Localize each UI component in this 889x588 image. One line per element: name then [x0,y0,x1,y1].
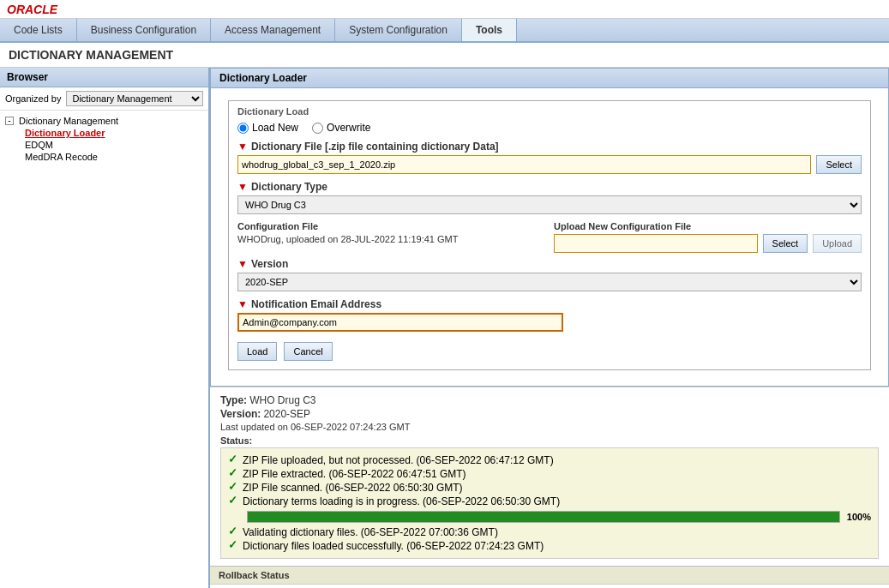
required-icon-notif: ▼ [237,298,248,310]
check-icon-2: ✓ [228,481,237,492]
browser-panel: Browser Organized by Dictionary Manageme… [0,68,210,588]
tree-panel: - Dictionary Management Dictionary Loade… [0,111,208,588]
version-section: ▼ Version 2020-SEP [237,258,862,291]
tree-root: - Dictionary Management [5,116,203,126]
status-msg-5: ✓ Dictionary files loaded successfully. … [228,539,871,553]
tab-business-config[interactable]: Business Configuration [77,19,211,41]
dict-loader-panel: Dictionary Loader Dictionary Load Load N… [210,68,889,387]
upload-config-input[interactable] [554,234,758,253]
organized-by-select[interactable]: Dictionary Management [66,91,203,106]
upload-config-col: Upload New Configuration File Select Upl… [554,221,862,253]
upload-config-select-btn[interactable]: Select [763,234,808,253]
required-icon-version: ▼ [237,258,248,270]
overwrite-label: Overwrite [327,122,370,134]
tab-access-mgmt[interactable]: Access Management [211,19,335,41]
last-updated-info: Last updated on 06-SEP-2022 07:24:23 GMT [220,422,879,432]
rollback-section: Rollback Status [210,566,889,584]
tree-item-meddra[interactable]: MedDRA Recode [5,152,203,162]
upload-btn[interactable]: Upload [813,234,862,253]
progress-row: 100% [247,511,871,523]
config-file-row: Configuration File WHODrug, uploaded on … [237,221,862,253]
status-messages-box: ✓ ZIP File uploaded, but not processed. … [220,447,879,559]
check-icon-3: ✓ [228,495,237,506]
dict-load-section: Dictionary Load Load New Overwrite [228,100,871,370]
required-icon-type: ▼ [237,181,248,193]
cancel-btn[interactable]: Cancel [284,342,332,361]
load-new-option[interactable]: Load New [237,122,298,134]
log-history-row: Log History: [WHO Drug] WHODRUG_C3_2020_… [210,584,889,588]
dict-file-input[interactable] [237,155,811,174]
collapse-icon[interactable]: - [5,117,14,125]
config-file-label: Configuration File [237,221,545,231]
check-icon-5: ✓ [228,539,237,550]
dict-type-row: WHO Drug C3 [237,195,862,214]
check-icon-1: ✓ [228,467,237,478]
status-msg-2: ✓ ZIP File scanned. (06-SEP-2022 06:50:3… [228,481,871,495]
version-info: Version: 2020-SEP [220,408,879,420]
tree-root-label[interactable]: Dictionary Management [19,116,118,126]
version-label: ▼ Version [237,258,862,270]
version-select[interactable]: 2020-SEP [237,273,862,291]
oracle-header: ORACLE [0,0,889,19]
load-options: Load New Overwrite [237,122,862,134]
progress-bar-outer [247,511,840,523]
tree-item-edqm[interactable]: EDQM [5,140,203,150]
action-buttons: Load Cancel [237,339,862,364]
dict-file-select-btn[interactable]: Select [816,155,862,174]
notif-section: ▼ Notification Email Address [237,298,862,332]
upload-config-label: Upload New Configuration File [554,221,862,231]
tree-meddra-label[interactable]: MedDRA Recode [25,152,98,162]
tree-edqm-label[interactable]: EDQM [25,140,53,150]
page-title-bar: DICTIONARY MANAGEMENT [0,43,889,68]
upload-config-row: Select Upload [554,234,862,253]
tab-tools[interactable]: Tools [462,19,517,41]
dict-load-title: Dictionary Load [237,106,862,117]
config-file-value: WHODrug, uploaded on 28-JUL-2022 11:19:4… [237,234,545,244]
check-icon-0: ✓ [228,453,237,465]
tab-code-lists[interactable]: Code Lists [0,19,77,41]
status-msg-4: ✓ Validating dictionary files. (06-SEP-2… [228,525,871,539]
overwrite-radio[interactable] [312,123,323,134]
load-new-label: Load New [252,122,298,134]
oracle-logo: ORACLE [7,3,57,16]
status-msg-3: ✓ Dictionary terms loading is in progres… [228,495,871,508]
required-icon-file: ▼ [237,141,248,153]
notif-email-input[interactable] [237,313,563,332]
page-title: DICTIONARY MANAGEMENT [9,48,173,62]
status-msg-1: ✓ ZIP File extracted. (06-SEP-2022 06:47… [228,467,871,481]
browser-header: Browser [0,68,208,87]
main-layout: Browser Organized by Dictionary Manageme… [0,68,889,588]
progress-bar-inner [248,512,839,522]
status-msg-0: ✓ ZIP File uploaded, but not processed. … [228,453,871,467]
right-content: Dictionary Loader Dictionary Load Load N… [210,68,889,588]
tab-system-config[interactable]: System Configuration [335,19,462,41]
overwrite-option[interactable]: Overwrite [312,122,370,134]
status-label: Status: [220,435,879,446]
dict-type-label: ▼ Dictionary Type [237,181,862,193]
load-btn[interactable]: Load [237,342,277,361]
dict-loader-header: Dictionary Loader [211,69,888,88]
status-section: Type: WHO Drug C3 Version: 2020-SEP Last… [210,387,889,566]
progress-pct: 100% [847,512,871,522]
notif-label: ▼ Notification Email Address [237,298,862,310]
dict-file-row: Select [237,155,862,174]
load-new-radio[interactable] [237,123,249,134]
tree-dict-loader-label[interactable]: Dictionary Loader [25,128,105,138]
top-nav: Code Lists Business Configuration Access… [0,19,889,43]
type-info: Type: WHO Drug C3 [220,394,879,406]
organized-by-row: Organized by Dictionary Management [0,87,208,111]
dict-file-label: ▼ Dictionary File [.zip file containing … [237,141,862,153]
organized-by-label: Organized by [5,93,61,104]
config-file-col: Configuration File WHODrug, uploaded on … [237,221,545,253]
dict-type-select[interactable]: WHO Drug C3 [237,195,862,214]
tree-item-dict-loader[interactable]: Dictionary Loader [5,128,203,138]
check-icon-4: ✓ [228,525,237,537]
